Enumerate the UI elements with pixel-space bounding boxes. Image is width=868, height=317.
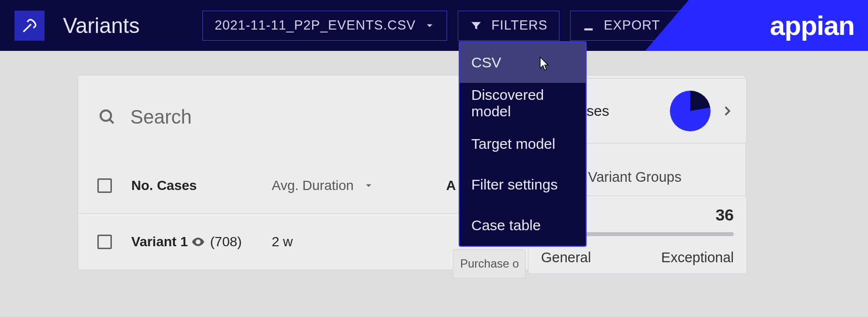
slider-label-right: Exceptional xyxy=(661,250,734,266)
export-item-csv[interactable]: CSV xyxy=(460,42,586,83)
file-dropdown-label: 2021-11-11_P2P_EVENTS.CSV xyxy=(215,18,416,33)
export-item-case-table[interactable]: Case table xyxy=(460,205,586,246)
file-dropdown[interactable]: 2021-11-11_P2P_EVENTS.CSV xyxy=(202,11,447,41)
variant-groups-title: Variant Groups xyxy=(588,169,682,185)
svg-point-2 xyxy=(101,111,111,121)
col-hidden-prefix: A xyxy=(446,178,456,193)
col-avg-duration[interactable]: Avg. Duration xyxy=(272,178,446,193)
export-menu: CSV Discovered model Target model Filter… xyxy=(459,41,587,247)
svg-line-3 xyxy=(109,119,113,123)
app-icon xyxy=(15,11,45,41)
download-icon xyxy=(582,19,595,32)
sort-chevron-down-icon xyxy=(363,180,374,191)
brand-corner: appian xyxy=(645,0,868,51)
export-item-filter-settings[interactable]: Filter settings xyxy=(460,164,586,205)
chevron-down-icon xyxy=(424,20,435,31)
filters-button[interactable]: FILTERS xyxy=(458,11,559,41)
search-icon xyxy=(97,107,117,127)
eye-icon[interactable] xyxy=(191,235,205,249)
app-header: Variants 2021-11-11_P2P_EVENTS.CSV FILTE… xyxy=(0,0,868,51)
cases-pie-chart xyxy=(670,91,711,131)
filter-icon xyxy=(470,19,482,32)
col-avg-duration-label: Avg. Duration xyxy=(272,178,354,193)
variant-name: Variant 1 (708) xyxy=(131,234,242,250)
row-duration: 2 w xyxy=(272,234,293,250)
select-all-checkbox[interactable] xyxy=(97,178,112,193)
filters-label: FILTERS xyxy=(491,18,547,33)
page-title: Variants xyxy=(63,14,140,38)
pickaxe-icon xyxy=(20,16,39,35)
variant-count: (708) xyxy=(210,234,242,250)
export-item-discovered-model[interactable]: Discovered model xyxy=(460,83,586,124)
search-placeholder: Search xyxy=(130,106,192,128)
brand-logo: appian xyxy=(770,10,854,41)
export-label: EXPORT xyxy=(604,18,660,33)
col-no-cases[interactable]: No. Cases xyxy=(131,178,272,193)
export-item-target-model[interactable]: Target model xyxy=(460,124,586,164)
slider-label-left: General xyxy=(541,250,591,266)
cursor-icon xyxy=(536,56,550,73)
row-checkbox[interactable] xyxy=(97,235,112,249)
activity-chip[interactable]: Purchase o xyxy=(453,249,526,278)
chevron-right-icon xyxy=(720,104,734,118)
